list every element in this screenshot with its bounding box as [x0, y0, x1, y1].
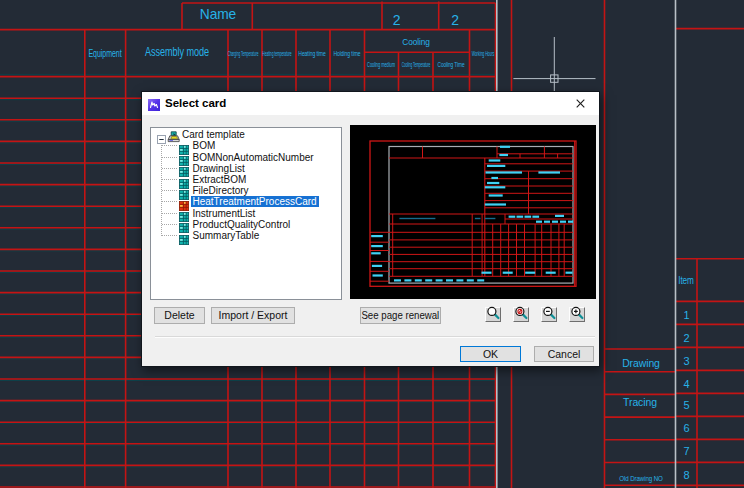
card-preview-drawing: [350, 125, 596, 299]
tree-item-instrument-list[interactable]: InstrumentList: [151, 208, 341, 219]
zoom-window-icon: [486, 306, 500, 323]
header-charging-temperature: Charging Temperature: [228, 50, 259, 57]
close-icon: [576, 96, 585, 111]
header-working-hours: Working Hours: [471, 49, 493, 56]
tree-item-bom-non-automatic-number[interactable]: BOMNonAutomaticNumber: [151, 152, 341, 163]
header-equipment: Equipment: [88, 47, 121, 59]
header-heating-temperature: Heating temperature: [262, 50, 291, 57]
card-table-icon: [179, 186, 189, 196]
item-number-5: 5: [683, 399, 689, 411]
tree-root-card-template[interactable]: Card template: [151, 129, 341, 140]
zoom-in-icon: [570, 306, 584, 323]
tree-item-heat-treatment-process-card[interactable]: HeatTreatmentProcessCard: [151, 196, 341, 207]
tracing-label: Tracing: [623, 396, 657, 408]
tree-item-bom[interactable]: BOM: [151, 140, 341, 151]
tree-item-label: InstrumentList: [191, 208, 258, 219]
tree-item-drawing-list[interactable]: DrawingList: [151, 163, 341, 174]
tree-item-extract-bom[interactable]: ExtractBOM: [151, 174, 341, 185]
card-table-icon: [179, 208, 189, 218]
tree-item-label: ExtractBOM: [191, 174, 249, 185]
card-table-icon: [179, 197, 189, 207]
card-table-icon: [179, 231, 189, 241]
app-logo-icon: [148, 97, 160, 109]
tree-item-label: ProductQualityControl: [191, 219, 293, 230]
card-table-icon: [179, 175, 189, 185]
delete-button[interactable]: Delete: [154, 307, 205, 325]
header-cooling-time: Cooling Time: [437, 60, 464, 67]
zoom-out-button[interactable]: [541, 307, 557, 322]
name-value-1: 2: [393, 12, 401, 28]
tree-item-label: FileDirectory: [191, 185, 251, 196]
import-export-button[interactable]: Import / Export: [211, 307, 295, 325]
name-label: Name: [199, 6, 235, 22]
zoom-window-button[interactable]: [485, 307, 501, 322]
card-template-tree[interactable]: Card template BOM BOMNonAutomaticNumber …: [150, 127, 342, 300]
tree-item-label: HeatTreatmentProcessCard: [191, 196, 319, 207]
drawing-label: Drawing: [622, 357, 660, 369]
tree-item-label: SummaryTable: [191, 230, 262, 241]
tree-item-label: DrawingList: [191, 163, 247, 174]
item-number-6: 6: [683, 422, 689, 434]
zoom-dynamic-icon: [514, 306, 528, 323]
collapse-expander-icon[interactable]: [157, 130, 166, 139]
header-cooling-medium: Cooling medium: [367, 60, 395, 67]
item-number-7: 7: [683, 445, 689, 457]
header-assembly-mode: Assembly mode: [145, 45, 209, 59]
dialog-titlebar[interactable]: Select card: [142, 92, 599, 115]
zoom-in-button[interactable]: [569, 307, 585, 322]
zoom-out-icon: [542, 306, 556, 323]
tree-item-summary-table[interactable]: SummaryTable: [151, 230, 341, 241]
old-drawing-no-label: Old Drawing NO: [619, 474, 663, 481]
dialog-separator: [155, 336, 595, 338]
see-page-renewal-button[interactable]: See page renewal: [360, 307, 441, 324]
zoom-dynamic-button[interactable]: [513, 307, 529, 322]
tree-item-label: BOMNonAutomaticNumber: [191, 152, 316, 163]
tree-item-product-quality-control[interactable]: ProductQualityControl: [151, 219, 341, 230]
dialog-title: Select card: [165, 97, 226, 109]
card-table-icon: [179, 141, 189, 151]
item-number-4: 4: [683, 378, 689, 390]
name-value-2: 2: [451, 12, 459, 28]
item-header: Item: [678, 274, 694, 286]
item-number-3: 3: [683, 355, 689, 367]
card-table-icon: [179, 152, 189, 162]
tree-item-label: BOM: [191, 140, 218, 151]
item-number-2: 2: [683, 332, 689, 344]
card-preview: [350, 125, 596, 299]
item-number-8: 8: [683, 469, 689, 481]
cad-canvas[interactable]: { "background": { "title_row": { "name_l…: [0, 0, 744, 488]
tree-item-file-directory[interactable]: FileDirectory: [151, 185, 341, 196]
item-number-1: 1: [683, 309, 689, 321]
tree-root-label: Card template: [180, 129, 247, 140]
card-table-icon: [179, 163, 189, 173]
card-table-icon: [179, 219, 189, 229]
header-cooling: Cooling: [402, 37, 429, 47]
header-holding-time: Holding time: [333, 49, 360, 58]
cancel-button[interactable]: Cancel: [534, 346, 594, 362]
header-cooling-temperature: Cooling Temperature: [401, 60, 430, 67]
close-button[interactable]: [569, 95, 591, 112]
header-heating-time: Heating time: [298, 49, 325, 58]
ok-button[interactable]: OK: [460, 346, 521, 362]
select-card-dialog: Select card Card template BOM BOMNonAuto…: [141, 91, 600, 367]
